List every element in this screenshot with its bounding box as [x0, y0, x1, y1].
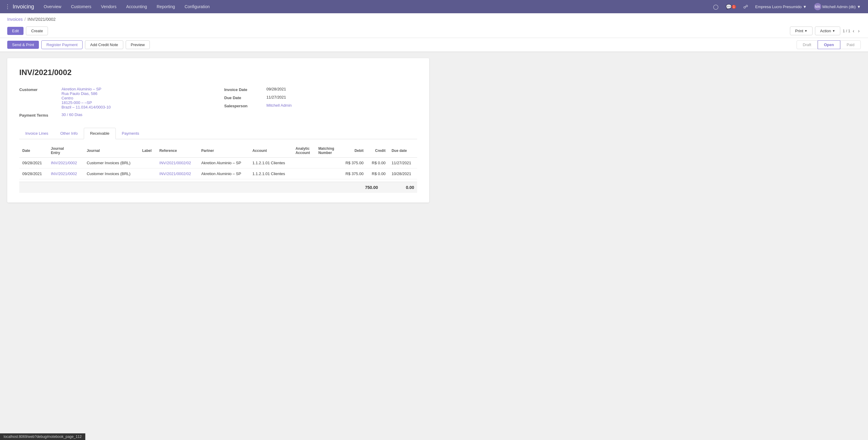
col-analytic: AnalyticAccount — [292, 144, 315, 158]
table-row[interactable]: 09/28/2021INV/2021/0002Customer Invoices… — [19, 168, 417, 179]
cell-row0-col5: Akretion Aluminio – SP — [198, 158, 250, 168]
customer-address4: Brazil – 11.034.414/0003-10 — [61, 105, 111, 109]
payment-terms-field: Payment Terms 30 / 60 Dias — [19, 113, 212, 118]
menu-configuration[interactable]: Configuration — [180, 0, 214, 13]
action-button[interactable]: Action ▼ — [815, 27, 840, 35]
activity-button[interactable]: ☍ — [741, 3, 750, 11]
cell-row0-col9: R$ 375.00 — [340, 158, 367, 168]
menu-customers[interactable]: Customers — [66, 0, 96, 13]
page-navigation: 1 / 1 ‹ › — [843, 28, 861, 34]
col-date: Date — [19, 144, 48, 158]
cell-row0-col10: R$ 0.00 — [367, 158, 389, 168]
cell-row0-col2: Customer Invoices (BRL) — [84, 158, 139, 168]
menu-reporting[interactable]: Reporting — [152, 0, 180, 13]
cell-row0-col8 — [315, 158, 340, 168]
table-totals: 750.00 0.00 — [19, 182, 417, 193]
cell-row1-col5: Akretion Aluminio – SP — [198, 168, 250, 179]
breadcrumb-parent[interactable]: Invoices — [7, 17, 23, 22]
add-credit-note-button[interactable]: Add Credit Note — [85, 40, 123, 49]
invoice-tabs: Invoice Lines Other Info Receivable Paym… — [19, 128, 417, 139]
cell-row1-col7 — [292, 168, 315, 179]
app-logo[interactable]: ⋮ Invoicing — [5, 3, 34, 10]
due-date-label: Due Date — [224, 95, 267, 100]
workflow-status: Draft Open Paid — [797, 40, 861, 49]
receivable-table-container: Date JournalEntry Journal Label Referenc… — [19, 144, 417, 193]
chat-button[interactable]: 💬 1 — [723, 3, 738, 11]
cell-row0-col6: 1.1.2.1.01 Clientes — [249, 158, 292, 168]
col-journal: Journal — [84, 144, 139, 158]
cell-row1-col1: INV/2021/0002 — [48, 168, 84, 179]
menu-accounting[interactable]: Accounting — [121, 0, 152, 13]
cell-row1-col8 — [315, 168, 340, 179]
print-caret-icon: ▼ — [804, 29, 807, 33]
cell-row1-col3 — [139, 168, 156, 179]
prev-page-button[interactable]: ‹ — [851, 28, 855, 34]
company-selector[interactable]: Empresa Lucro Presumido ▼ — [753, 3, 809, 10]
payment-terms-value[interactable]: 30 / 60 Dias — [61, 113, 82, 117]
table-row[interactable]: 09/28/2021INV/2021/0002Customer Invoices… — [19, 158, 417, 168]
due-date-field: Due Date 11/27/2021 — [224, 95, 417, 100]
notification-badge: 1 — [732, 5, 736, 9]
customer-address1: Rua Paulo Dias, 586 — [61, 91, 111, 96]
status-paid: Paid — [840, 40, 861, 49]
breadcrumb-current: INV/2021/0002 — [27, 17, 56, 22]
customer-address2: Centro — [61, 96, 111, 100]
col-debit: Debit — [340, 144, 367, 158]
col-label: Label — [139, 144, 156, 158]
col-due-date: Due date — [389, 144, 417, 158]
invoice-fields: Customer Akretion Aluminio – SP Rua Paul… — [19, 87, 417, 121]
col-matching: MatchingNumber — [315, 144, 340, 158]
page-info: 1 / 1 — [843, 29, 850, 33]
next-page-button[interactable]: › — [857, 28, 861, 34]
salesperson-value[interactable]: Mitchell Admin — [267, 103, 292, 107]
col-account: Account — [249, 144, 292, 158]
action-caret-icon: ▼ — [832, 29, 835, 33]
customer-label: Customer — [19, 87, 61, 92]
col-journal-entry: JournalEntry — [48, 144, 84, 158]
cell-row1-col6: 1.1.2.1.01 Clientes — [249, 168, 292, 179]
print-button[interactable]: Print ▼ — [790, 27, 812, 35]
customer-name[interactable]: Akretion Aluminio – SP — [61, 87, 111, 91]
breadcrumb-area: Invoices / INV/2021/0002 Edit Create Pri… — [0, 13, 868, 38]
cell-row1-col11: 10/28/2021 — [389, 168, 417, 179]
tab-payments[interactable]: Payments — [116, 128, 145, 139]
invoice-date-field: Invoice Date 09/28/2021 — [224, 87, 417, 92]
breadcrumb: Invoices / INV/2021/0002 — [7, 17, 861, 22]
edit-button[interactable]: Edit — [7, 27, 24, 35]
cell-row0-col3 — [139, 158, 156, 168]
help-button[interactable]: ◯ — [711, 3, 721, 11]
col-partner: Partner — [198, 144, 250, 158]
register-payment-button[interactable]: Register Payment — [41, 40, 83, 49]
receivable-table: Date JournalEntry Journal Label Referenc… — [19, 144, 417, 179]
invoice-left-fields: Customer Akretion Aluminio – SP Rua Paul… — [19, 87, 212, 121]
app-name: Invoicing — [13, 4, 34, 10]
cell-row0-col0: 09/28/2021 — [19, 158, 48, 168]
invoice-right-fields: Invoice Date 09/28/2021 Due Date 11/27/2… — [224, 87, 417, 121]
tab-receivable[interactable]: Receivable — [84, 128, 116, 139]
col-reference: Reference — [156, 144, 198, 158]
menu-overview[interactable]: Overview — [39, 0, 66, 13]
toolbar-right: Print ▼ Action ▼ 1 / 1 ‹ › — [790, 27, 861, 35]
tab-invoice-lines[interactable]: Invoice Lines — [19, 128, 54, 139]
cell-row1-col2: Customer Invoices (BRL) — [84, 168, 139, 179]
cell-row0-col11: 11/27/2021 — [389, 158, 417, 168]
main-content: INV/2021/0002 Customer Akretion Aluminio… — [0, 52, 868, 438]
cell-row1-col10: R$ 0.00 — [367, 168, 389, 179]
total-credit: 0.00 — [390, 185, 414, 190]
create-button[interactable]: Create — [26, 27, 48, 35]
send-print-button[interactable]: Send & Print — [7, 41, 39, 49]
top-navigation: ⋮ Invoicing Overview Customers Vendors A… — [0, 0, 868, 13]
company-name: Empresa Lucro Presumido — [755, 4, 802, 9]
menu-vendors[interactable]: Vendors — [96, 0, 121, 13]
user-menu[interactable]: MA Mitchell Admin (db) ▼ — [812, 2, 863, 11]
salesperson-field: Salesperson Mitchell Admin — [224, 103, 417, 108]
cell-row1-col9: R$ 375.00 — [340, 168, 367, 179]
status-draft: Draft — [797, 40, 818, 49]
preview-button[interactable]: Preview — [126, 40, 150, 49]
invoice-card: INV/2021/0002 Customer Akretion Aluminio… — [7, 58, 429, 202]
cell-row1-col0: 09/28/2021 — [19, 168, 48, 179]
tab-other-info[interactable]: Other Info — [54, 128, 84, 139]
customer-field: Customer Akretion Aluminio – SP Rua Paul… — [19, 87, 212, 109]
statusbar-url: localhost:8069/web?debug#notebook_page_1… — [4, 435, 82, 438]
status-open: Open — [818, 40, 840, 49]
